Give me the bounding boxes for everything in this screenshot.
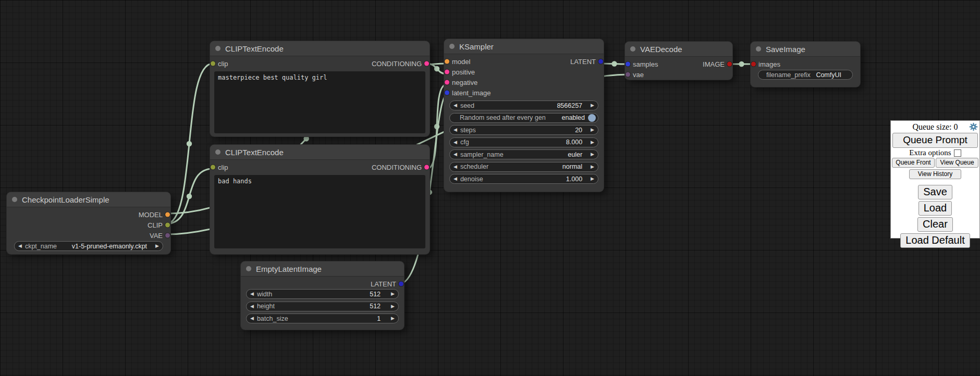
save-button[interactable]: Save: [918, 185, 952, 199]
scheduler-widget[interactable]: ◀ scheduler normal ▶: [449, 162, 598, 172]
ckpt-name-widget[interactable]: ◀ ckpt_name v1-5-pruned-emaonly.ckpt ▶: [14, 241, 163, 251]
increment-arrow-icon[interactable]: ▶: [591, 140, 594, 145]
increment-arrow-icon[interactable]: ▶: [155, 244, 159, 248]
conditioning-output-port[interactable]: [424, 165, 429, 170]
images-input-port[interactable]: [751, 62, 756, 67]
width-widget[interactable]: ◀ width 512 ▶: [246, 289, 399, 299]
vae-input-port[interactable]: [626, 72, 630, 77]
widget-label: width: [257, 291, 272, 298]
output-label: VAE: [150, 232, 163, 240]
link-midpoint-dot: [187, 141, 192, 146]
model-output-port[interactable]: [165, 212, 170, 217]
latent-output-port[interactable]: [399, 282, 403, 286]
steps-widget[interactable]: ◀ steps 20 ▶: [449, 125, 598, 135]
link-midpoint-dot: [434, 124, 439, 129]
node-title: CLIPTextEncode: [225, 44, 284, 53]
view-history-button[interactable]: View History: [909, 169, 961, 179]
node-ksampler: KSampler model LATENT positive negative …: [444, 39, 604, 192]
denoise-widget[interactable]: ◀ denoise 1.000 ▶: [449, 174, 598, 184]
increment-arrow-icon[interactable]: ▶: [391, 292, 395, 296]
toggle-circle-icon[interactable]: [588, 114, 596, 122]
samples-input-port[interactable]: [626, 62, 630, 67]
collapse-dot-icon[interactable]: [449, 44, 455, 49]
load-default-button[interactable]: Load Default: [900, 233, 970, 248]
load-button[interactable]: Load: [918, 201, 952, 216]
clip-input-port[interactable]: [211, 165, 215, 170]
decrement-arrow-icon[interactable]: ◀: [250, 292, 254, 296]
input-label: negative: [452, 79, 477, 86]
prompt-textarea[interactable]: masterpiece best quality girl: [214, 71, 425, 133]
widget-label: scheduler: [460, 163, 488, 170]
clip-output-port[interactable]: [165, 223, 170, 228]
collapse-dot-icon[interactable]: [246, 266, 251, 271]
node-title-bar[interactable]: VAEDecode: [625, 42, 732, 57]
collapse-dot-icon[interactable]: [215, 46, 220, 51]
decrement-arrow-icon[interactable]: ◀: [18, 244, 22, 248]
prompt-textarea[interactable]: bad hands: [214, 175, 425, 248]
decrement-arrow-icon[interactable]: ◀: [454, 152, 457, 157]
collapse-dot-icon[interactable]: [630, 46, 635, 52]
widget-value: 512: [370, 291, 381, 298]
clip-input-port[interactable]: [211, 61, 215, 66]
vae-output-port[interactable]: [165, 233, 170, 238]
decrement-arrow-icon[interactable]: ◀: [454, 140, 457, 145]
widget-value: enabled: [562, 114, 585, 121]
node-graph-canvas[interactable]: CheckpointLoaderSimple MODEL CLIP VAE ◀ …: [0, 0, 980, 376]
height-widget[interactable]: ◀ height 512 ▶: [246, 302, 399, 311]
decrement-arrow-icon[interactable]: ◀: [454, 165, 457, 169]
collapse-dot-icon[interactable]: [12, 197, 17, 202]
cfg-widget[interactable]: ◀ cfg 8.000 ▶: [449, 137, 598, 147]
node-title-bar[interactable]: EmptyLatentImage: [241, 261, 404, 277]
positive-input-port[interactable]: [445, 70, 449, 74]
link-midpoint-dot: [187, 194, 192, 199]
decrement-arrow-icon[interactable]: ◀: [454, 103, 457, 108]
image-output-port[interactable]: [727, 62, 732, 67]
increment-arrow-icon[interactable]: ▶: [591, 128, 594, 132]
clear-button[interactable]: Clear: [917, 217, 953, 232]
sampler-name-widget[interactable]: ◀ sampler_name euler ▶: [449, 149, 598, 159]
node-title-bar[interactable]: KSampler: [444, 39, 604, 54]
node-title-bar[interactable]: CLIPTextEncode: [210, 145, 430, 160]
decrement-arrow-icon[interactable]: ◀: [250, 316, 254, 321]
output-label: LATENT: [371, 280, 396, 288]
queue-front-button[interactable]: Queue Front: [892, 158, 935, 168]
widget-value: 20: [575, 127, 582, 134]
extra-options-checkbox[interactable]: [954, 149, 961, 157]
node-title-bar[interactable]: CheckpointLoaderSimple: [7, 192, 170, 207]
decrement-arrow-icon[interactable]: ◀: [454, 177, 457, 181]
increment-arrow-icon[interactable]: ▶: [391, 316, 395, 321]
collapse-dot-icon[interactable]: [215, 149, 220, 155]
queue-prompt-button[interactable]: Queue Prompt: [892, 133, 978, 148]
node-title-bar[interactable]: CLIPTextEncode: [210, 41, 430, 56]
batch-size-widget[interactable]: ◀ batch_size 1 ▶: [246, 314, 399, 323]
latent-image-input-port[interactable]: [445, 91, 449, 95]
model-input-port[interactable]: [445, 59, 449, 64]
conditioning-output-port[interactable]: [424, 61, 429, 66]
latent-output-port[interactable]: [598, 59, 603, 64]
widget-label: Random seed after every gen: [454, 114, 546, 121]
view-queue-button[interactable]: View Queue: [936, 158, 978, 168]
input-label: samples: [633, 60, 658, 68]
wire-clip-positive: [166, 64, 213, 224]
random-seed-toggle-widget[interactable]: Random seed after every gen enabled: [449, 113, 598, 123]
decrement-arrow-icon[interactable]: ◀: [250, 304, 254, 309]
increment-arrow-icon[interactable]: ▶: [591, 152, 594, 157]
input-label: model: [452, 58, 470, 66]
settings-gear-icon[interactable]: [969, 122, 978, 131]
node-checkpoint-loader: CheckpointLoaderSimple MODEL CLIP VAE ◀ …: [7, 192, 170, 254]
negative-input-port[interactable]: [445, 80, 449, 85]
collapse-dot-icon[interactable]: [756, 46, 761, 52]
increment-arrow-icon[interactable]: ▶: [591, 103, 594, 108]
decrement-arrow-icon[interactable]: ◀: [454, 128, 457, 132]
seed-widget[interactable]: ◀ seed 8566257 ▶: [449, 101, 598, 110]
node-title-bar[interactable]: SaveImage: [751, 42, 860, 57]
wire-clip-negative: [166, 169, 213, 224]
link-midpoint-dot: [739, 61, 744, 67]
increment-arrow-icon[interactable]: ▶: [591, 165, 594, 169]
increment-arrow-icon[interactable]: ▶: [591, 177, 594, 181]
widget-label: height: [257, 303, 275, 310]
extra-options-label: Extra options: [909, 148, 951, 157]
increment-arrow-icon[interactable]: ▶: [391, 304, 395, 309]
filename-prefix-widget[interactable]: filename_prefix ComfyUI: [758, 70, 853, 80]
widget-label: ckpt_name: [25, 243, 57, 250]
